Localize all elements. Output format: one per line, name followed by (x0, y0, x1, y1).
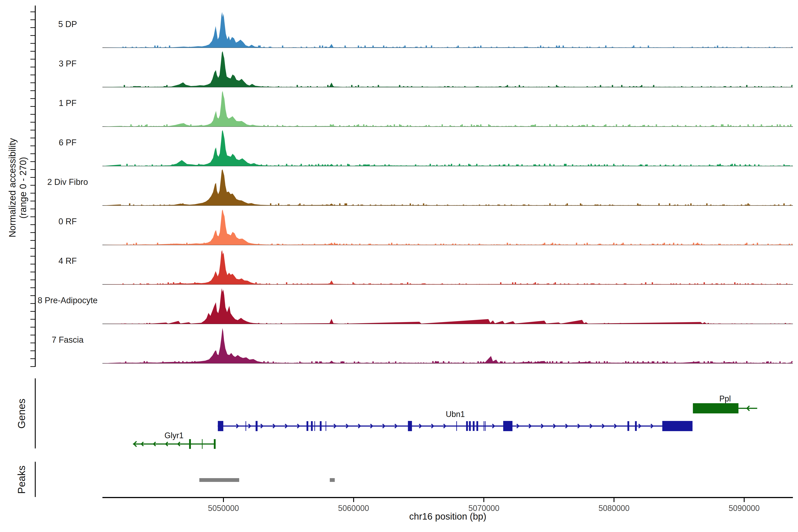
y-axis-tick (31, 130, 35, 130)
gene-exon-tick-thin-ubn1 (326, 421, 326, 431)
genes-section-label: Genes (16, 380, 26, 447)
y-axis-tick (31, 272, 35, 272)
x-axis-tick (483, 498, 484, 502)
gene-exon-tick-glyr1 (214, 439, 216, 449)
track-label-3-pf: 3 PF (21, 59, 114, 69)
x-tick-label-5080000: 5080000 (587, 504, 641, 513)
genes-bracket-line (35, 378, 36, 449)
track-label-7-fascia: 7 Fascia (21, 335, 114, 345)
gene-label-ppl: Ppl (692, 394, 758, 403)
y-axis-tick (31, 35, 35, 36)
gene-exon-tick-thin-glyr1 (202, 439, 203, 449)
track-label-1-pf: 1 PF (21, 98, 114, 108)
track-label-2-div-fibro: 2 Div Fibro (21, 177, 114, 187)
y-axis-tick (31, 43, 35, 44)
plot-canvas (0, 0, 798, 532)
y-axis-tick (31, 240, 35, 241)
y-axis-tick (31, 327, 35, 327)
track-signal-area-8-pre-adipocyte (102, 288, 793, 324)
gene-exon-box-ubn1 (503, 421, 513, 431)
gene-exon-tick-thin-ubn1 (485, 421, 486, 431)
y-axis-tick (31, 122, 35, 122)
gene-exon-box-ppl (693, 403, 739, 413)
y-axis-tick (31, 153, 35, 154)
gene-exon-tick-ubn1 (628, 421, 629, 431)
y-axis-tick (31, 201, 35, 201)
y-axis-tick (31, 280, 35, 280)
y-axis-tick (31, 82, 35, 83)
x-axis-tick (223, 498, 224, 502)
track-label-0-rf: 0 RF (21, 217, 114, 226)
track-label-5-dp: 5 DP (21, 19, 114, 29)
peaks-bracket-line (35, 462, 36, 497)
y-axis-tick (31, 287, 35, 288)
y-axis-tick (31, 114, 35, 115)
x-tick-label-5090000: 5090000 (718, 504, 771, 513)
peak-interval (199, 478, 239, 482)
x-axis-tick (613, 498, 614, 502)
peaks-section-label: Peaks (16, 446, 26, 513)
gene-exon-box-ubn1 (408, 421, 412, 431)
track-signal-area-1-pf (102, 91, 793, 127)
peak-interval (330, 478, 335, 482)
x-axis-tick (744, 498, 745, 502)
x-axis-tick (353, 498, 354, 502)
gene-line-glyr1 (133, 443, 216, 445)
y-axis-label-line1: Normalized accessibility (7, 88, 18, 287)
track-signal-area-6-pf (102, 130, 793, 166)
track-label-4-rf: 4 RF (21, 256, 114, 266)
x-axis-line (102, 497, 793, 498)
gene-exon-tick-thin-ubn1 (484, 421, 484, 431)
gene-line-ubn1 (218, 425, 692, 427)
y-axis-tick (31, 358, 35, 359)
y-axis-tick (31, 162, 35, 162)
gene-exon-box-ubn1 (255, 421, 258, 431)
gene-exon-tick-ubn1 (307, 421, 308, 431)
y-axis-tick (31, 232, 35, 233)
track-signal-area-4-rf (102, 250, 793, 284)
gene-exon-tick-thin-ubn1 (314, 421, 315, 431)
gene-exon-tick-thin-ubn1 (246, 421, 246, 431)
gene-exon-tick-ubn1 (635, 421, 637, 431)
track-signal-area-2-div-fibro (102, 169, 793, 206)
y-axis-tick (31, 12, 35, 12)
gene-exon-tick-ubn1 (311, 421, 313, 431)
gene-exon-tick-ubn1 (473, 421, 475, 431)
track-signal-area-3-pf (102, 51, 793, 87)
gene-exon-tick-ubn1 (476, 421, 478, 431)
y-axis-tick (31, 319, 35, 320)
y-axis-tick (31, 91, 35, 91)
gene-exon-tick-ubn1 (469, 421, 471, 431)
x-tick-label-5050000: 5050000 (197, 504, 250, 513)
y-axis-tick (31, 169, 35, 170)
y-axis-tick (31, 209, 35, 209)
y-axis-tick (31, 350, 35, 351)
gene-label-glyr1: Glyr1 (141, 431, 207, 440)
track-signal-area-5-dp (102, 12, 793, 48)
track-label-8-pre-adipocyte: 8 Pre-Adipocyte (21, 296, 114, 305)
track-signal-area-0-rf (102, 209, 793, 245)
genome-browser-figure: { "figure": { "ylabel_line1": "Normalize… (0, 0, 798, 532)
gene-exon-tick-glyr1 (189, 439, 191, 449)
x-axis-title: chr16 position (bp) (359, 511, 536, 522)
gene-exon-tick-ubn1 (320, 421, 322, 431)
y-axis-tick (31, 248, 35, 249)
track-signal-area-7-fascia (102, 328, 793, 363)
track-label-6-pf: 6 PF (21, 138, 114, 147)
y-axis-tick (31, 75, 35, 75)
gene-exon-tick-ubn1 (466, 421, 468, 431)
gene-exon-box-ubn1 (662, 421, 692, 431)
gene-exon-tick-thin-ubn1 (456, 421, 457, 431)
y-axis-tick (31, 193, 35, 193)
gene-label-ubn1: Ubn1 (422, 410, 489, 419)
gene-exon-box-ubn1 (218, 421, 224, 431)
y-axis-tick (31, 311, 35, 312)
y-axis-tick (31, 51, 35, 52)
y-axis-tick (31, 366, 35, 367)
